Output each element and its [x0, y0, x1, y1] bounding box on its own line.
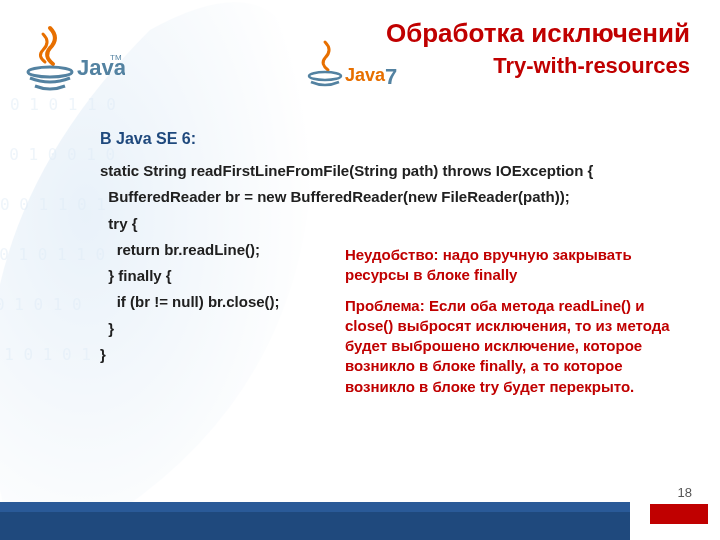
slide-subtitle: Try-with-resources: [386, 53, 690, 79]
svg-text:1 1 0 1 0 1: 1 1 0 1 0 1: [0, 345, 91, 364]
page-number: 18: [678, 485, 692, 500]
slide-header: Обработка исключений Try-with-resources: [386, 18, 690, 79]
svg-text:1 0 1 0 0 1 0: 1 0 1 0 0 1 0: [0, 145, 115, 164]
footer-bar: [0, 504, 720, 540]
svg-text:Java: Java: [345, 65, 386, 85]
section-heading: В Java SE 6:: [100, 130, 700, 148]
note-problem: Проблема: Если оба метода readLine() и c…: [345, 296, 690, 397]
svg-point-9: [309, 72, 341, 80]
svg-point-6: [28, 67, 72, 77]
svg-text:1 0 1 0 1 1 0: 1 0 1 0 1 1 0: [0, 245, 105, 264]
svg-text:0 0 1 1 0 1: 0 0 1 1 0 1: [0, 195, 106, 214]
svg-text:0 1 0 1 0: 0 1 0 1 0: [0, 295, 82, 314]
java-logo: Java TM: [15, 20, 125, 104]
slide-title: Обработка исключений: [386, 18, 690, 49]
note-inconvenience: Неудобство: надо вручную закрывать ресур…: [345, 245, 690, 286]
notes-block: Неудобство: надо вручную закрывать ресур…: [345, 245, 690, 407]
svg-text:TM: TM: [110, 53, 122, 62]
